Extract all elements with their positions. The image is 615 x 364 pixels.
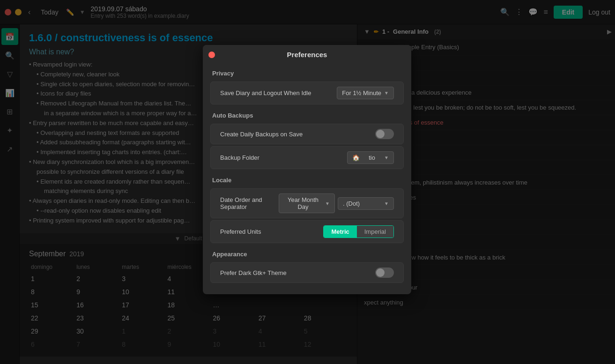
appearance-section-title: Appearance	[203, 245, 411, 260]
units-toggle: Metric Imperial	[323, 225, 394, 238]
dark-theme-label: Prefer Dark Gtk+ Theme	[220, 269, 287, 276]
folder-row: 🏠 tio ▼	[347, 151, 394, 164]
dropdown-chevron-icon: ▼	[384, 90, 389, 96]
date-order-label: Date Order and Separator	[220, 196, 279, 210]
separator-value: . (Dot)	[343, 200, 360, 207]
backup-folder-label: Backup Folder	[220, 154, 259, 161]
metric-button[interactable]: Metric	[324, 226, 356, 238]
separator-chevron-icon: ▼	[384, 201, 389, 206]
date-order-chevron-icon: ▼	[325, 201, 330, 206]
idle-logout-label: Save Diary and Logout When Idle	[220, 89, 311, 97]
imperial-button[interactable]: Imperial	[357, 226, 393, 238]
dark-theme-row: Prefer Dark Gtk+ Theme	[210, 262, 404, 283]
prefs-close-button[interactable]	[208, 52, 215, 58]
dark-theme-toggle-knob	[376, 268, 385, 277]
separator-dropdown[interactable]: . (Dot) ▼	[338, 197, 394, 210]
auto-backups-section-title: Auto Backups	[203, 106, 411, 122]
daily-backup-label: Create Daily Backups on Save	[220, 131, 303, 138]
date-order-dropdown[interactable]: Year Month Day ▼	[279, 193, 335, 213]
folder-dropdown-chevron-icon: ▼	[384, 155, 389, 160]
idle-logout-dropdown[interactable]: For 1½ Minute ▼	[337, 87, 394, 99]
backup-folder-dropdown[interactable]: 🏠 tio ▼	[347, 151, 394, 164]
backup-folder-row: Backup Folder 🏠 tio ▼	[210, 146, 404, 169]
preferred-units-label: Preferred Units	[220, 228, 261, 235]
backup-folder-value: tio	[369, 154, 375, 161]
idle-logout-value: For 1½ Minute	[342, 89, 381, 97]
privacy-section-title: Privacy	[203, 64, 411, 80]
date-order-row: Date Order and Separator Year Month Day …	[210, 188, 404, 218]
prefs-title: Preferences	[287, 51, 327, 59]
date-order-value: Year Month Day	[284, 196, 322, 210]
preferred-units-row: Preferred Units Metric Imperial	[210, 220, 404, 243]
daily-backup-row: Create Daily Backups on Save	[210, 124, 404, 144]
toggle-knob	[376, 130, 385, 138]
locale-section-title: Locale	[203, 171, 411, 186]
prefs-title-bar: Preferences	[203, 45, 411, 64]
folder-icon: 🏠	[352, 154, 360, 161]
preferences-dialog: Preferences Privacy Save Diary and Logou…	[203, 45, 411, 294]
dark-theme-toggle[interactable]	[375, 267, 394, 278]
date-order-controls: Year Month Day ▼ . (Dot) ▼	[279, 193, 394, 213]
daily-backup-toggle[interactable]	[375, 129, 394, 139]
idle-logout-row: Save Diary and Logout When Idle For 1½ M…	[210, 82, 404, 104]
